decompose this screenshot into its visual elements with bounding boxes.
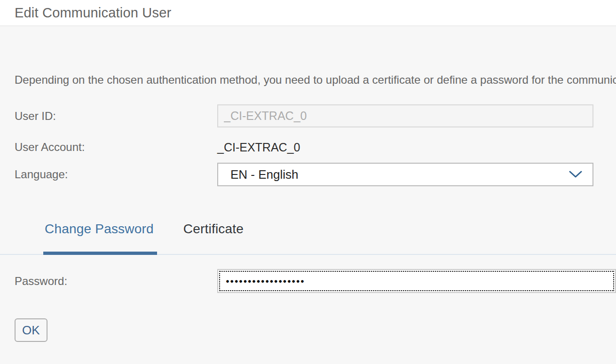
user-account-value: _CI-EXTRAC_0: [217, 141, 300, 154]
language-row: Language: EN - English: [0, 163, 616, 186]
tab-change-password[interactable]: Change Password: [45, 221, 154, 254]
language-label: Language:: [15, 168, 68, 181]
ok-button[interactable]: OK: [15, 318, 47, 342]
user-account-row: User Account: _CI-EXTRAC_0: [0, 137, 616, 158]
dialog-content: Depending on the chosen authentication m…: [0, 73, 616, 342]
password-row: Password: ●●●●●●●●●●●●●●●●●●: [0, 269, 616, 293]
page-title: Edit Communication User: [15, 5, 171, 21]
user-id-label: User ID:: [15, 110, 56, 122]
language-select[interactable]: EN - English: [217, 163, 593, 186]
auth-tabstrip: Change Password Certificate: [0, 221, 616, 255]
user-account-label: User Account:: [15, 141, 85, 153]
password-masked-value: ●●●●●●●●●●●●●●●●●●: [226, 278, 305, 284]
user-id-input: [217, 104, 593, 127]
chevron-down-icon: [569, 171, 582, 178]
dialog-footer: OK: [0, 318, 616, 342]
edit-communication-user-dialog: Edit Communication User Depending on the…: [0, 0, 616, 364]
auth-method-description: Depending on the chosen authentication m…: [0, 73, 616, 87]
dialog-header: Edit Communication User: [0, 0, 616, 26]
tab-certificate[interactable]: Certificate: [183, 221, 244, 254]
language-selected-value: EN - English: [230, 167, 299, 182]
user-id-row: User ID:: [0, 104, 616, 127]
password-input[interactable]: ●●●●●●●●●●●●●●●●●●: [217, 269, 616, 293]
password-label: Password:: [15, 275, 67, 287]
